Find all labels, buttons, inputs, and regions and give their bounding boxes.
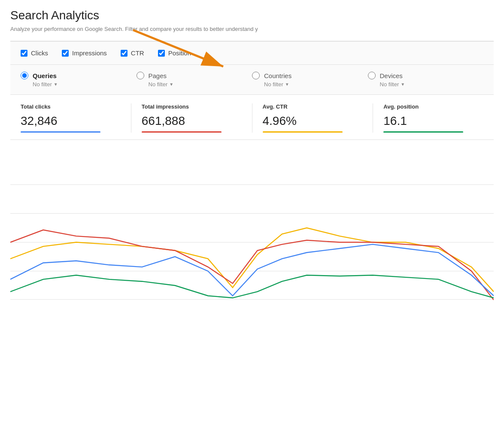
clicks-line (21, 131, 100, 133)
radio-devices-label: Devices (380, 72, 403, 79)
checkbox-impressions[interactable]: Impressions (62, 49, 107, 57)
chart-line-blue (10, 244, 494, 296)
total-clicks-label: Total clicks (21, 103, 121, 110)
radio-pages-label: Pages (149, 72, 167, 79)
stat-total-impressions: Total impressions 661,888 (131, 103, 252, 133)
ctr-label: CTR (131, 49, 144, 57)
radio-group-queries: Queries No filter ▼ (21, 72, 137, 88)
page-subtitle: Analyze your performance on Google Searc… (10, 26, 494, 32)
line-chart (10, 153, 494, 303)
total-impressions-value: 661,888 (142, 114, 242, 128)
clicks-checkbox[interactable] (21, 50, 27, 57)
position-line (383, 131, 463, 133)
chart-area (10, 140, 494, 303)
impressions-label: Impressions (72, 49, 107, 57)
impressions-line (142, 131, 222, 133)
stats-row: Total clicks 32,846 Total impressions 66… (10, 95, 494, 140)
radio-group-devices: Devices No filter ▼ (368, 72, 484, 88)
position-label: Position (168, 49, 191, 57)
total-clicks-value: 32,846 (21, 114, 121, 128)
radio-pages[interactable] (137, 72, 144, 79)
radio-queries-label: Queries (33, 72, 57, 79)
checkbox-ctr[interactable]: CTR (121, 49, 144, 57)
pages-filter-arrow: ▼ (169, 82, 173, 87)
radio-countries[interactable] (252, 72, 260, 79)
total-impressions-label: Total impressions (142, 103, 242, 110)
stat-avg-ctr: Avg. CTR 4.96% (252, 103, 373, 133)
chart-line-red (10, 230, 494, 300)
stat-avg-position: Avg. position 16.1 (373, 103, 494, 133)
queries-filter-arrow: ▼ (54, 82, 58, 87)
radio-row: Queries No filter ▼ Pages No filter ▼ (10, 65, 494, 95)
chart-line-green (10, 275, 494, 298)
avg-ctr-label: Avg. CTR (263, 103, 363, 110)
chart-line-orange (10, 228, 494, 292)
queries-filter[interactable]: No filter ▼ (33, 81, 58, 88)
checkbox-position[interactable]: Position (158, 49, 191, 57)
radio-countries-label: Countries (264, 72, 291, 79)
avg-ctr-value: 4.96% (263, 114, 363, 128)
radio-queries[interactable] (21, 72, 28, 79)
stat-total-clicks: Total clicks 32,846 (10, 103, 131, 133)
radio-devices[interactable] (368, 72, 376, 79)
radio-group-pages: Pages No filter ▼ (137, 72, 252, 88)
checkbox-clicks[interactable]: Clicks (21, 49, 48, 57)
clicks-label: Clicks (31, 49, 48, 57)
position-checkbox[interactable] (158, 50, 165, 57)
pages-filter[interactable]: No filter ▼ (149, 81, 174, 88)
ctr-checkbox[interactable] (121, 50, 128, 57)
countries-filter[interactable]: No filter ▼ (264, 81, 289, 88)
countries-filter-arrow: ▼ (285, 82, 289, 87)
impressions-checkbox[interactable] (62, 50, 69, 57)
avg-position-value: 16.1 (383, 114, 483, 128)
devices-filter[interactable]: No filter ▼ (380, 81, 405, 88)
avg-position-label: Avg. position (383, 103, 483, 110)
devices-filter-arrow: ▼ (401, 82, 405, 87)
radio-group-countries: Countries No filter ▼ (252, 72, 368, 88)
ctr-line (263, 131, 343, 133)
page-title: Search Analytics (10, 9, 494, 22)
checkbox-row: Clicks Impressions CTR Position (10, 41, 494, 65)
